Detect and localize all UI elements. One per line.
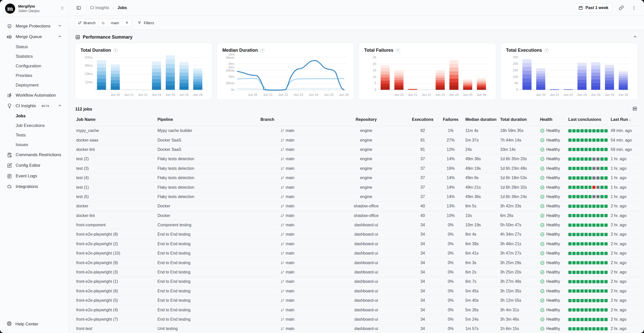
job-row[interactable]: test (1)Flaky tests detectionmainengine3… bbox=[75, 183, 640, 192]
conclusion-success[interactable] bbox=[588, 167, 592, 170]
col-branch[interactable]: Branch bbox=[249, 114, 325, 126]
conclusion-success[interactable] bbox=[576, 157, 580, 161]
conclusion-success[interactable] bbox=[580, 176, 584, 180]
job-row[interactable]: front-e2e-playwright (9)End to End testi… bbox=[75, 258, 640, 267]
conclusion-success[interactable] bbox=[600, 242, 604, 245]
conclusion-success[interactable] bbox=[592, 148, 596, 151]
conclusion-success[interactable] bbox=[568, 242, 572, 245]
conclusion-success[interactable] bbox=[584, 224, 588, 227]
job-row[interactable]: docker-lintDocker SaaSmainengine9112%24s… bbox=[75, 145, 640, 154]
conclusion-success[interactable] bbox=[584, 327, 588, 330]
conclusion-success[interactable] bbox=[580, 261, 584, 264]
conclusion-success[interactable] bbox=[568, 252, 572, 255]
conclusion-success[interactable] bbox=[596, 214, 600, 217]
conclusion-success[interactable] bbox=[580, 195, 584, 198]
sidebar-item-workflow-automation[interactable]: Workflow Automation bbox=[3, 90, 66, 101]
conclusion-success[interactable] bbox=[604, 157, 608, 161]
conclusion-success[interactable] bbox=[604, 195, 608, 198]
conclusion-success[interactable] bbox=[600, 214, 604, 217]
conclusion-success[interactable] bbox=[576, 271, 580, 274]
conclusion-success[interactable] bbox=[576, 261, 580, 264]
conclusion-success[interactable] bbox=[568, 167, 572, 170]
conclusion-success[interactable] bbox=[584, 214, 588, 217]
conclusion-success[interactable] bbox=[568, 205, 572, 208]
job-row[interactable]: front-e2e-playwright (2)End to End testi… bbox=[75, 239, 640, 248]
conclusion-success[interactable] bbox=[604, 214, 608, 217]
conclusion-success[interactable] bbox=[588, 252, 592, 255]
conclusion-success[interactable] bbox=[604, 138, 608, 142]
conclusion-success[interactable] bbox=[600, 205, 604, 208]
conclusion-success[interactable] bbox=[580, 299, 584, 302]
sidebar-item-event-logs[interactable]: Event Logs bbox=[3, 171, 66, 181]
conclusion-success[interactable] bbox=[588, 289, 592, 293]
conclusion-success[interactable] bbox=[592, 318, 596, 321]
col-median-duration[interactable]: Median duration bbox=[464, 114, 499, 126]
conclusion-neutral[interactable] bbox=[596, 195, 600, 198]
conclusion-success[interactable] bbox=[584, 252, 588, 255]
conclusion-success[interactable] bbox=[568, 261, 572, 264]
job-row[interactable]: front-e2e-playwright (10)End to End test… bbox=[75, 249, 640, 258]
conclusion-success[interactable] bbox=[568, 318, 572, 321]
conclusion-success[interactable] bbox=[600, 195, 604, 198]
conclusion-success[interactable] bbox=[588, 129, 592, 132]
conclusion-success[interactable] bbox=[568, 148, 572, 151]
conclusion-success[interactable] bbox=[568, 289, 572, 293]
conclusion-success[interactable] bbox=[600, 252, 604, 255]
conclusion-success[interactable] bbox=[588, 157, 592, 161]
conclusion-success[interactable] bbox=[604, 205, 608, 208]
sidebar-item-tests[interactable]: Tests bbox=[3, 130, 66, 140]
conclusion-success[interactable] bbox=[568, 308, 572, 312]
conclusion-success[interactable] bbox=[576, 195, 580, 198]
conclusion-success[interactable] bbox=[576, 299, 580, 302]
conclusion-success[interactable] bbox=[596, 261, 600, 264]
conclusion-success[interactable] bbox=[580, 308, 584, 312]
branch-filter-chip[interactable]: Branch is main ✕ bbox=[75, 19, 132, 27]
col-job-name[interactable]: Job Name bbox=[75, 114, 156, 126]
conclusion-success[interactable] bbox=[568, 233, 572, 236]
job-row[interactable]: dockerDockermainshadow-office4013%6m 5s3… bbox=[75, 202, 640, 211]
col-last-conclusions[interactable]: Last conclusions bbox=[567, 114, 609, 126]
sidebar-toggle-icon[interactable] bbox=[75, 4, 83, 12]
conclusion-success[interactable] bbox=[588, 176, 592, 180]
conclusion-success[interactable] bbox=[596, 318, 600, 321]
conclusion-success[interactable] bbox=[576, 167, 580, 170]
conclusion-success[interactable] bbox=[592, 138, 596, 142]
job-row[interactable]: front-testUnit testingmaindashboard-ui34… bbox=[75, 324, 640, 333]
conclusion-success[interactable] bbox=[580, 148, 584, 151]
sidebar-item-deployment[interactable]: Deployment bbox=[3, 80, 66, 90]
remove-filter-icon[interactable]: ✕ bbox=[122, 19, 131, 27]
filter-operator[interactable]: is bbox=[99, 19, 108, 27]
conclusion-success[interactable] bbox=[576, 280, 580, 283]
conclusion-success[interactable] bbox=[572, 280, 576, 283]
conclusion-success[interactable] bbox=[584, 176, 588, 180]
conclusion-success[interactable] bbox=[584, 195, 588, 198]
conclusion-success[interactable] bbox=[592, 261, 596, 264]
conclusion-success[interactable] bbox=[604, 176, 608, 180]
filter-value[interactable]: main bbox=[108, 19, 122, 27]
conclusion-success[interactable] bbox=[584, 271, 588, 274]
conclusion-success[interactable] bbox=[580, 167, 584, 170]
job-row[interactable]: test (3)Flaky tests detectionmainengine3… bbox=[75, 164, 640, 173]
sidebar-item-statistics[interactable]: Statistics bbox=[3, 52, 66, 61]
conclusion-success[interactable] bbox=[604, 308, 608, 312]
conclusion-success[interactable] bbox=[572, 252, 576, 255]
conclusion-success[interactable] bbox=[568, 327, 572, 330]
conclusion-success[interactable] bbox=[600, 280, 604, 283]
conclusion-success[interactable] bbox=[584, 148, 588, 151]
help-circle-icon[interactable]: ? bbox=[544, 48, 549, 53]
conclusion-success[interactable] bbox=[604, 233, 608, 236]
job-row[interactable]: front-e2e-playwright (6)End to End testi… bbox=[75, 286, 640, 296]
conclusion-success[interactable] bbox=[600, 308, 604, 312]
breadcrumb-parent[interactable]: CI Insights bbox=[90, 6, 109, 10]
conclusion-success[interactable] bbox=[600, 176, 604, 180]
conclusion-success[interactable] bbox=[604, 129, 608, 132]
conclusion-success[interactable] bbox=[592, 289, 596, 293]
conclusion-success[interactable] bbox=[580, 214, 584, 217]
conclusion-success[interactable] bbox=[592, 224, 596, 227]
conclusion-success[interactable] bbox=[576, 318, 580, 321]
conclusion-success[interactable] bbox=[592, 327, 596, 330]
conclusion-success[interactable] bbox=[584, 167, 588, 170]
conclusion-success[interactable] bbox=[568, 299, 572, 302]
conclusion-success[interactable] bbox=[580, 242, 584, 245]
sidebar-item-job-executions[interactable]: Job Executions bbox=[3, 121, 66, 130]
